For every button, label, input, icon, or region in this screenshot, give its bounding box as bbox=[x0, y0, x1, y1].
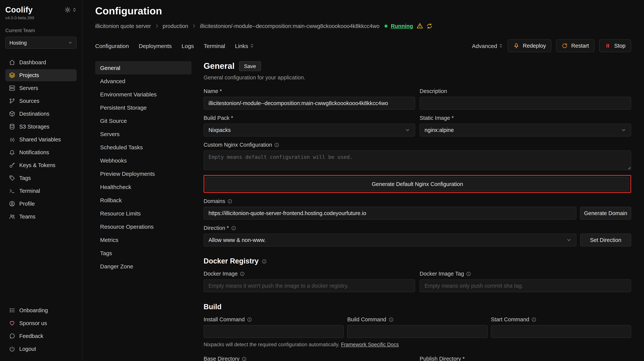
theme-switcher[interactable] bbox=[64, 7, 77, 13]
info-icon[interactable] bbox=[274, 142, 279, 147]
settings-nav-resource-limits[interactable]: Resource Limits bbox=[95, 207, 192, 220]
tab-deployments[interactable]: Deployments bbox=[138, 43, 172, 49]
settings-nav-servers[interactable]: Servers bbox=[95, 127, 192, 141]
tab-actions: Advanced Redeploy Restart Stop bbox=[472, 39, 631, 52]
docker-image-tag-label: Docker Image Tag bbox=[420, 271, 464, 277]
sidebar-item-sponsor[interactable]: Sponsor us bbox=[5, 317, 77, 329]
settings-nav-environment-variables[interactable]: Environment Variables bbox=[95, 88, 192, 101]
refresh-status-icon[interactable] bbox=[426, 23, 432, 29]
info-icon[interactable] bbox=[228, 199, 232, 204]
sidebar-item-label: Shared Variables bbox=[19, 136, 61, 143]
restart-button[interactable]: Restart bbox=[556, 39, 595, 52]
settings-nav-healthcheck[interactable]: Healthcheck bbox=[95, 180, 192, 194]
advanced-label: Advanced bbox=[472, 43, 497, 49]
sidebar-item-feedback[interactable]: Feedback bbox=[5, 330, 77, 342]
sidebar-item-teams[interactable]: Teams bbox=[5, 211, 77, 223]
team-select[interactable]: Hosting bbox=[5, 37, 77, 49]
sidebar-item-s3-storages[interactable]: S3 Storages bbox=[5, 121, 77, 133]
name-input[interactable] bbox=[204, 97, 415, 110]
build-pack-select[interactable]: Nixpacks bbox=[204, 124, 415, 136]
settings-nav-scheduled-tasks[interactable]: Scheduled Tasks bbox=[95, 141, 192, 154]
info-icon[interactable] bbox=[532, 317, 536, 322]
info-icon[interactable] bbox=[388, 317, 394, 322]
tab-configuration[interactable]: Configuration bbox=[95, 43, 129, 49]
sidebar-item-dashboard[interactable]: Dashboard bbox=[5, 56, 77, 68]
info-icon[interactable] bbox=[240, 271, 245, 276]
section-subtitle: General configuration for your applicati… bbox=[204, 75, 631, 81]
button-label: Stop bbox=[614, 43, 626, 49]
sidebar-item-terminal[interactable]: Terminal bbox=[5, 185, 77, 197]
set-direction-button[interactable]: Set Direction bbox=[580, 234, 631, 246]
sidebar-item-onboarding[interactable]: Onboarding bbox=[5, 304, 77, 316]
docker-image-input[interactable] bbox=[204, 279, 415, 292]
settings-nav-webhooks[interactable]: Webhooks bbox=[95, 154, 192, 167]
sidebar-item-logout[interactable]: Logout bbox=[5, 343, 77, 355]
settings-nav-general[interactable]: General bbox=[95, 61, 192, 75]
sidebar-item-profile[interactable]: Profile bbox=[5, 198, 77, 210]
sidebar-item-destinations[interactable]: Destinations bbox=[5, 108, 77, 120]
tab-terminal[interactable]: Terminal bbox=[204, 43, 225, 49]
sidebar: Coolify v4.0.0-beta.399 Current Team Hos… bbox=[0, 0, 82, 361]
generate-nginx-button[interactable]: Generate Default Nginx Configuration bbox=[206, 177, 629, 191]
chat-icon bbox=[9, 333, 15, 339]
generate-domain-button[interactable]: Generate Domain bbox=[580, 207, 631, 220]
settings-nav-preview-deployments[interactable]: Preview Deployments bbox=[95, 167, 192, 180]
info-icon[interactable] bbox=[247, 317, 252, 322]
settings-nav-resource-operations[interactable]: Resource Operations bbox=[95, 220, 192, 233]
info-icon[interactable] bbox=[262, 259, 266, 264]
direction-select[interactable]: Allow www & non-www. bbox=[204, 234, 576, 246]
sidebar-item-sources[interactable]: Sources bbox=[5, 95, 77, 107]
info-icon[interactable] bbox=[242, 356, 247, 361]
status-badge[interactable]: Running bbox=[391, 23, 413, 29]
framework-docs-link[interactable]: Framework Specific Docs bbox=[341, 342, 399, 347]
build-command-label: Build Command bbox=[347, 316, 386, 322]
stop-button[interactable]: Stop bbox=[599, 39, 631, 52]
settings-nav-rollback[interactable]: Rollback bbox=[95, 194, 192, 207]
highlight-box: Generate Default Nginx Configuration bbox=[204, 175, 631, 193]
sidebar-item-servers[interactable]: Servers bbox=[5, 82, 77, 94]
settings-nav-advanced[interactable]: Advanced bbox=[95, 75, 192, 88]
settings-nav-tags[interactable]: Tags bbox=[95, 246, 192, 260]
breadcrumb-environment[interactable]: production bbox=[162, 23, 188, 29]
sidebar-item-label: Profile bbox=[19, 201, 35, 207]
publish-directory-label: Publish Directory * bbox=[420, 356, 631, 361]
sidebar-item-label: Dashboard bbox=[19, 59, 46, 65]
settings-nav-git-source[interactable]: Git Source bbox=[95, 114, 192, 127]
variable-icon: (x) bbox=[9, 137, 15, 142]
build-command-input[interactable] bbox=[347, 325, 488, 338]
warning-icon[interactable] bbox=[416, 23, 423, 29]
save-button[interactable]: Save bbox=[239, 61, 261, 71]
sidebar-item-shared-variables[interactable]: (x) Shared Variables bbox=[5, 133, 77, 146]
sun-icon bbox=[64, 7, 71, 13]
redeploy-button[interactable]: Redeploy bbox=[508, 39, 552, 52]
info-icon[interactable] bbox=[231, 225, 236, 230]
settings-nav-metrics[interactable]: Metrics bbox=[95, 233, 192, 246]
advanced-menu[interactable]: Advanced bbox=[472, 43, 503, 49]
sidebar-item-notifications[interactable]: Notifications bbox=[5, 146, 77, 158]
tab-label: Links bbox=[235, 43, 248, 49]
settings-nav: General Advanced Environment Variables P… bbox=[95, 61, 192, 361]
nginx-config-textarea[interactable] bbox=[204, 150, 631, 170]
info-icon[interactable] bbox=[466, 271, 471, 276]
settings-nav-danger-zone[interactable]: Danger Zone bbox=[95, 260, 192, 273]
static-image-select[interactable]: nginx:alpine bbox=[420, 124, 631, 136]
tab-logs[interactable]: Logs bbox=[182, 43, 194, 49]
docker-image-tag-input[interactable] bbox=[420, 279, 631, 292]
start-command-input[interactable] bbox=[491, 325, 631, 338]
sidebar-item-tags[interactable]: Tags bbox=[5, 172, 77, 184]
home-icon bbox=[9, 59, 15, 65]
sidebar-item-projects[interactable]: Projects bbox=[5, 69, 77, 81]
button-label: Redeploy bbox=[523, 43, 546, 49]
sidebar-item-label: Servers bbox=[19, 85, 38, 91]
breadcrumb-application[interactable]: illicitestonion/-module--decomposition:m… bbox=[200, 23, 380, 29]
tab-links[interactable]: Links bbox=[235, 43, 254, 49]
breadcrumb-project[interactable]: illicitonion quote server bbox=[95, 23, 151, 29]
build-pack-label: Build Pack * bbox=[204, 115, 415, 121]
description-input[interactable] bbox=[420, 97, 631, 110]
chevron-down-icon bbox=[405, 127, 410, 133]
install-command-label: Install Command bbox=[204, 316, 245, 322]
sidebar-item-keys-tokens[interactable]: Keys & Tokens bbox=[5, 159, 77, 171]
install-command-input[interactable] bbox=[204, 325, 344, 338]
settings-nav-persistent-storage[interactable]: Persistent Storage bbox=[95, 101, 192, 114]
domains-input[interactable] bbox=[204, 207, 576, 220]
